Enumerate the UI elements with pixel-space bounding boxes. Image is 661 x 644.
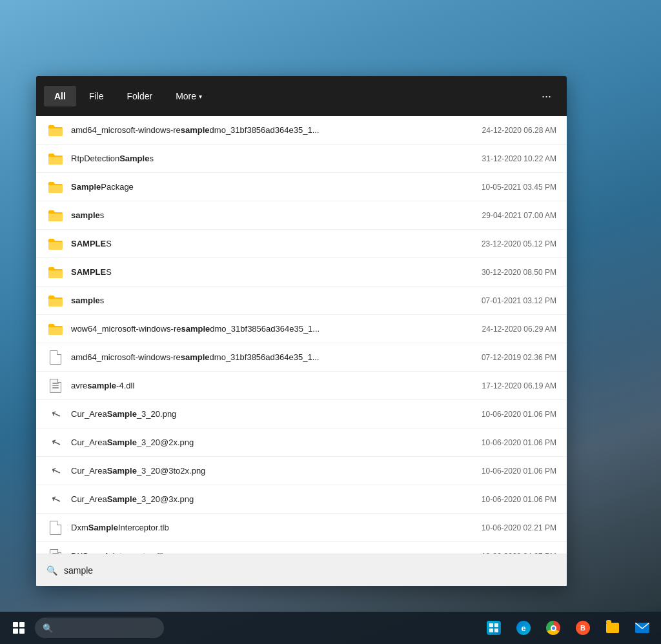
folder-icon bbox=[46, 263, 65, 281]
tab-more[interactable]: More ▾ bbox=[165, 86, 212, 106]
taskbar-edge-button[interactable]: e bbox=[510, 614, 537, 641]
search-bar: 🔍 bbox=[36, 554, 567, 586]
list-item[interactable]: amd64_microsoft-windows-resampledmo_31bf… bbox=[36, 343, 567, 372]
chevron-down-icon: ▾ bbox=[199, 93, 202, 100]
item-date: 24-12-2020 06.28 AM bbox=[482, 126, 556, 135]
tab-more-label: More bbox=[176, 91, 196, 101]
item-name: samples bbox=[71, 296, 471, 305]
folder-icon bbox=[46, 178, 65, 196]
item-name: SamplePackage bbox=[71, 182, 471, 192]
list-item[interactable]: DxmSampleInterceptor.tlb10-06-2020 02.21… bbox=[36, 514, 567, 542]
taskbar-store-button[interactable] bbox=[480, 614, 507, 641]
edge-icon: e bbox=[516, 621, 531, 635]
list-item[interactable]: avresample-4.dll17-12-2020 06.19 AM bbox=[36, 372, 567, 400]
item-name: Cur_AreaSample_3_20.png bbox=[71, 409, 471, 419]
tab-all-label: All bbox=[54, 91, 66, 101]
item-name: Cur_AreaSample_3_20@3to2x.png bbox=[71, 466, 471, 476]
dll-file-icon bbox=[46, 547, 65, 554]
list-item[interactable]: SamplePackage10-05-2021 03.45 PM bbox=[36, 173, 567, 201]
taskbar: 🔍 e B bbox=[0, 612, 661, 644]
item-name: amd64_microsoft-windows-resampledmo_31bf… bbox=[71, 125, 472, 135]
taskbar-search-icon: 🔍 bbox=[43, 623, 53, 633]
taskbar-search[interactable]: 🔍 bbox=[35, 618, 164, 638]
search-window: All File Folder More ▾ ··· amd64_microso… bbox=[36, 76, 567, 586]
results-list[interactable]: amd64_microsoft-windows-resampledmo_31bf… bbox=[36, 116, 567, 554]
mail-icon bbox=[635, 623, 649, 633]
list-item[interactable]: ↖Cur_AreaSample_3_20.png10-06-2020 01.06… bbox=[36, 400, 567, 428]
item-name: SAMPLES bbox=[71, 239, 471, 248]
toolbar: All File Folder More ▾ ··· bbox=[36, 76, 567, 116]
toolbar-options-button[interactable]: ··· bbox=[534, 85, 559, 107]
chrome-icon bbox=[546, 621, 560, 635]
cursor-icon: ↖ bbox=[46, 405, 65, 423]
list-item[interactable]: ↖Cur_AreaSample_3_20@3x.png10-06-2020 01… bbox=[36, 485, 567, 514]
item-name: avresample-4.dll bbox=[71, 381, 472, 390]
folder-icon bbox=[46, 121, 65, 139]
tab-folder-label: Folder bbox=[127, 91, 152, 101]
svg-rect-2 bbox=[489, 629, 493, 632]
folder-icon bbox=[46, 292, 65, 310]
item-date: 10-06-2020 01.06 PM bbox=[482, 410, 556, 419]
item-date: 10-06-2020 02.21 PM bbox=[482, 523, 556, 532]
item-name: amd64_microsoft-windows-resampledmo_31bf… bbox=[71, 352, 471, 362]
item-date: 30-12-2020 08.50 PM bbox=[482, 268, 556, 277]
tab-file[interactable]: File bbox=[79, 86, 114, 106]
svg-rect-1 bbox=[494, 623, 498, 627]
item-date: 31-12-2020 10.22 AM bbox=[482, 154, 556, 163]
taskbar-mail-button[interactable] bbox=[629, 614, 656, 641]
taskbar-brave-button[interactable]: B bbox=[569, 614, 596, 641]
item-name: wow64_microsoft-windows-resampledmo_31bf… bbox=[71, 324, 472, 334]
folder-icon bbox=[46, 235, 65, 253]
list-item[interactable]: RtpDetectionSamples31-12-2020 10.22 AM bbox=[36, 145, 567, 173]
item-date: 17-12-2020 06.19 AM bbox=[482, 381, 556, 390]
cursor-icon: ↖ bbox=[46, 434, 65, 452]
list-item[interactable]: amd64_microsoft-windows-resampledmo_31bf… bbox=[36, 116, 567, 145]
search-input[interactable] bbox=[64, 565, 556, 576]
svg-rect-0 bbox=[489, 623, 493, 627]
tab-all[interactable]: All bbox=[44, 86, 76, 106]
file-icon bbox=[46, 519, 65, 537]
folder-icon bbox=[46, 320, 65, 338]
item-name: Cur_AreaSample_3_20@2x.png bbox=[71, 438, 471, 447]
list-item[interactable]: SAMPLES23-12-2020 05.12 PM bbox=[36, 230, 567, 258]
item-name: SAMPLES bbox=[71, 267, 471, 277]
cursor-icon: ↖ bbox=[46, 490, 65, 508]
file-icon bbox=[46, 348, 65, 367]
cursor-icon: ↖ bbox=[46, 462, 65, 480]
store-icon bbox=[487, 621, 501, 635]
start-icon bbox=[13, 622, 25, 634]
folder-icon bbox=[46, 206, 65, 225]
item-name: RtpDetectionSamples bbox=[71, 154, 472, 163]
list-item[interactable]: ↖Cur_AreaSample_3_20@3to2x.png10-06-2020… bbox=[36, 457, 567, 485]
item-date: 23-12-2020 05.12 PM bbox=[482, 239, 556, 248]
explorer-icon bbox=[605, 621, 620, 635]
start-button[interactable] bbox=[5, 614, 32, 641]
search-icon: 🔍 bbox=[46, 565, 57, 576]
item-date: 07-12-2019 02.36 PM bbox=[482, 353, 556, 362]
dll-file-icon bbox=[46, 377, 65, 395]
item-date: 07-01-2021 03.12 PM bbox=[482, 296, 556, 305]
item-name: Cur_AreaSample_3_20@3x.png bbox=[71, 494, 471, 504]
item-date: 10-06-2020 01.06 PM bbox=[482, 495, 556, 504]
item-date: 24-12-2020 06.29 AM bbox=[482, 325, 556, 334]
svg-rect-3 bbox=[494, 629, 498, 632]
item-date: 29-04-2021 07.00 AM bbox=[482, 211, 556, 220]
folder-icon bbox=[46, 150, 65, 168]
list-item[interactable]: samples29-04-2021 07.00 AM bbox=[36, 201, 567, 230]
item-date: 10-05-2021 03.45 PM bbox=[482, 183, 556, 192]
item-date: 10-06-2020 01.06 PM bbox=[482, 467, 556, 476]
tab-folder[interactable]: Folder bbox=[116, 86, 163, 106]
list-item[interactable]: wow64_microsoft-windows-resampledmo_31bf… bbox=[36, 315, 567, 343]
taskbar-explorer-button[interactable] bbox=[599, 614, 626, 641]
list-item[interactable]: ↖Cur_AreaSample_3_20@2x.png10-06-2020 01… bbox=[36, 428, 567, 457]
tab-file-label: File bbox=[89, 91, 104, 101]
taskbar-icons: e B bbox=[480, 614, 656, 641]
item-name: DxmSampleInterceptor.tlb bbox=[71, 523, 471, 532]
list-item[interactable]: DXSampleInterceptor.dll10-06-2020 04.37 … bbox=[36, 542, 567, 554]
taskbar-chrome-button[interactable] bbox=[540, 614, 567, 641]
item-date: 10-06-2020 01.06 PM bbox=[482, 438, 556, 447]
list-item[interactable]: samples07-01-2021 03.12 PM bbox=[36, 287, 567, 315]
item-name: samples bbox=[71, 210, 472, 220]
list-item[interactable]: SAMPLES30-12-2020 08.50 PM bbox=[36, 258, 567, 287]
search-results-content: amd64_microsoft-windows-resampledmo_31bf… bbox=[36, 116, 567, 586]
